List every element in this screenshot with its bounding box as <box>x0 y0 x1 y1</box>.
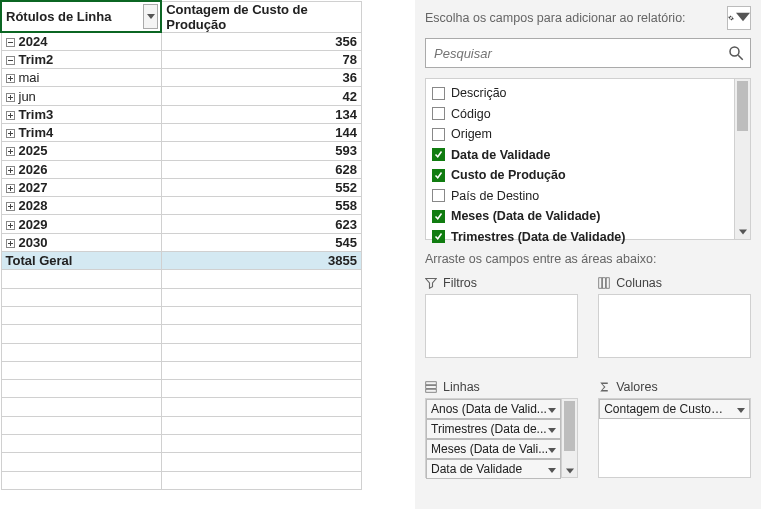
empty-cell[interactable] <box>1 471 161 489</box>
chip-label: Anos (Data de Valid... <box>431 402 547 416</box>
empty-cell[interactable] <box>1 435 161 453</box>
checkbox[interactable] <box>432 189 445 202</box>
empty-cell[interactable] <box>1 398 161 416</box>
checkbox[interactable] <box>432 87 445 100</box>
pivot-row-label[interactable]: Trim4 <box>1 123 161 141</box>
pivot-row-label[interactable]: 2027 <box>1 178 161 196</box>
row-labels-header[interactable]: Rótulos de Linha <box>1 1 161 32</box>
rows-dropzone[interactable]: Anos (Data de Valid...Trimestres (Data d… <box>425 398 578 478</box>
collapse-icon[interactable] <box>6 38 15 47</box>
pivot-row-value: 42 <box>161 87 361 105</box>
empty-cell[interactable] <box>161 471 361 489</box>
checkbox[interactable] <box>432 107 445 120</box>
pivot-row-label[interactable]: 2030 <box>1 233 161 251</box>
drag-areas-label: Arraste os campos entre as áreas abaixo: <box>425 240 751 272</box>
empty-cell[interactable] <box>161 380 361 398</box>
columns-dropzone[interactable] <box>598 294 751 358</box>
pivot-row-label[interactable]: mai <box>1 69 161 87</box>
chevron-down-icon[interactable] <box>562 465 577 477</box>
empty-cell[interactable] <box>161 325 361 343</box>
collapse-icon[interactable] <box>6 56 15 65</box>
field-list-scrollbar[interactable] <box>734 79 750 239</box>
expand-icon[interactable] <box>6 166 15 175</box>
pivot-row-label[interactable]: 2028 <box>1 197 161 215</box>
empty-cell[interactable] <box>161 306 361 324</box>
empty-cell[interactable] <box>1 380 161 398</box>
expand-icon[interactable] <box>6 111 15 120</box>
svg-rect-4 <box>606 278 609 289</box>
scrollbar-thumb[interactable] <box>564 401 575 451</box>
empty-cell[interactable] <box>161 398 361 416</box>
checkbox[interactable] <box>432 148 445 161</box>
field-list-item[interactable]: País de Destino <box>428 186 732 207</box>
empty-cell[interactable] <box>161 270 361 288</box>
empty-cell[interactable] <box>1 270 161 288</box>
pivot-row-label[interactable]: 2026 <box>1 160 161 178</box>
pivot-table-area: Rótulos de Linha Contagem de Custo de Pr… <box>0 0 415 509</box>
empty-cell[interactable] <box>1 361 161 379</box>
chevron-down-icon[interactable] <box>735 225 750 239</box>
scrollbar-thumb[interactable] <box>737 81 748 131</box>
area-field-chip[interactable]: Data de Validade <box>426 459 561 479</box>
pivot-row-label-text: 2028 <box>19 198 48 213</box>
rows-scrollbar[interactable] <box>561 399 577 477</box>
pivot-row-value: 36 <box>161 69 361 87</box>
pivot-row-label[interactable]: Trim3 <box>1 105 161 123</box>
pivot-table: Rótulos de Linha Contagem de Custo de Pr… <box>0 0 362 490</box>
chevron-down-icon[interactable] <box>548 402 556 416</box>
empty-cell[interactable] <box>161 288 361 306</box>
expand-icon[interactable] <box>6 221 15 230</box>
chevron-down-icon[interactable] <box>548 422 556 436</box>
expand-icon[interactable] <box>6 202 15 211</box>
field-list-item[interactable]: Meses (Data de Validade) <box>428 206 732 227</box>
field-list-item[interactable]: Descrição <box>428 83 732 104</box>
gear-button[interactable] <box>727 6 751 30</box>
field-list-item[interactable]: Código <box>428 104 732 125</box>
expand-icon[interactable] <box>6 74 15 83</box>
empty-cell[interactable] <box>161 435 361 453</box>
pivot-row-label[interactable]: 2025 <box>1 142 161 160</box>
expand-icon[interactable] <box>6 129 15 138</box>
empty-cell[interactable] <box>161 361 361 379</box>
empty-cell[interactable] <box>161 343 361 361</box>
search-input[interactable] <box>425 38 751 68</box>
pivot-row-label[interactable]: 2029 <box>1 215 161 233</box>
area-field-chip[interactable]: Meses (Data de Vali... <box>426 439 561 459</box>
pivot-row-label[interactable]: 2024 <box>1 32 161 50</box>
empty-cell[interactable] <box>1 416 161 434</box>
empty-cell[interactable] <box>1 288 161 306</box>
pivot-row-label[interactable]: jun <box>1 87 161 105</box>
expand-icon[interactable] <box>6 147 15 156</box>
filters-dropzone[interactable] <box>425 294 578 358</box>
area-field-chip[interactable]: Trimestres (Data de... <box>426 419 561 439</box>
row-filter-dropdown-icon[interactable] <box>143 4 158 29</box>
field-list-item[interactable]: Data de Validade <box>428 145 732 166</box>
field-list-item[interactable]: Custo de Produção <box>428 165 732 186</box>
area-values: Valores Contagem de Custo de ... <box>598 376 751 478</box>
empty-cell[interactable] <box>1 306 161 324</box>
expand-icon[interactable] <box>6 93 15 102</box>
field-label: Meses (Data de Validade) <box>451 209 600 223</box>
empty-cell[interactable] <box>1 325 161 343</box>
empty-cell[interactable] <box>1 343 161 361</box>
pivot-row-label-text: 2030 <box>19 235 48 250</box>
pivot-row-label[interactable]: Trim2 <box>1 50 161 68</box>
field-label: Custo de Produção <box>451 168 566 182</box>
empty-cell[interactable] <box>1 453 161 471</box>
chevron-down-icon[interactable] <box>548 442 556 456</box>
pivot-row-value: 545 <box>161 233 361 251</box>
chevron-down-icon[interactable] <box>737 402 745 416</box>
expand-icon[interactable] <box>6 184 15 193</box>
values-dropzone[interactable]: Contagem de Custo de ... <box>598 398 751 478</box>
area-field-chip[interactable]: Anos (Data de Valid... <box>426 399 561 419</box>
pivot-total-row: Total Geral3855 <box>1 252 362 270</box>
chevron-down-icon[interactable] <box>548 462 556 476</box>
empty-cell[interactable] <box>161 416 361 434</box>
empty-cell[interactable] <box>161 453 361 471</box>
checkbox[interactable] <box>432 128 445 141</box>
area-field-chip[interactable]: Contagem de Custo de ... <box>599 399 750 419</box>
field-list-item[interactable]: Origem <box>428 124 732 145</box>
checkbox[interactable] <box>432 169 445 182</box>
checkbox[interactable] <box>432 210 445 223</box>
expand-icon[interactable] <box>6 239 15 248</box>
